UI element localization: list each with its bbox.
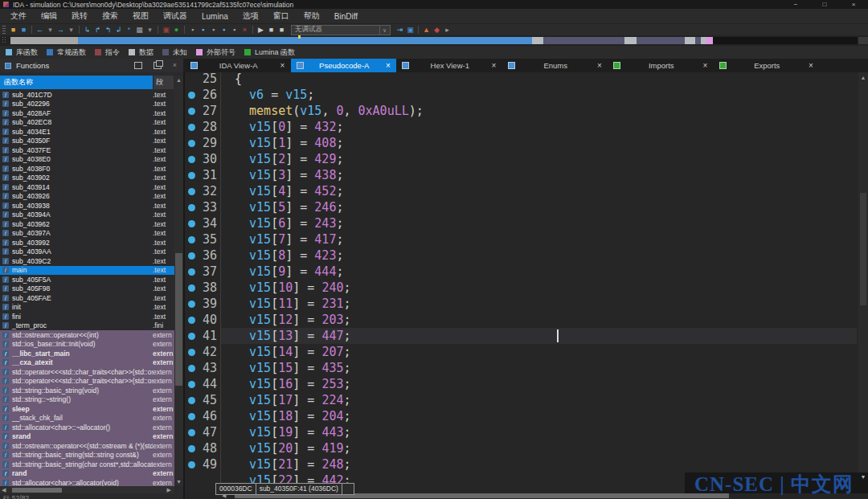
nav-back-icon[interactable]: ← xyxy=(35,25,45,35)
function-row[interactable]: fstd::string::basic_string(std::string c… xyxy=(0,451,174,460)
tab-close-icon[interactable]: × xyxy=(275,61,291,70)
menu-item-4[interactable]: 视图 xyxy=(125,10,156,22)
function-row[interactable]: fsub_4028AF.text xyxy=(0,108,174,118)
menu-item-2[interactable]: 跳转 xyxy=(64,10,95,22)
navband-segment[interactable] xyxy=(10,37,78,44)
column-header-segment[interactable]: 段 xyxy=(153,76,174,89)
menu-item-6[interactable]: Lumina xyxy=(194,12,235,21)
debug-stop-icon[interactable]: ■ xyxy=(276,25,287,35)
tab-exports[interactable]: Exports× xyxy=(714,59,820,72)
function-row[interactable]: fstd::ostream::operator<<(std::ostream &… xyxy=(0,441,174,451)
menu-item-9[interactable]: 帮助 xyxy=(297,10,327,22)
tool-warning-icon[interactable]: ▲ xyxy=(421,25,432,35)
code-line[interactable]: 39 v15[11] = 231; xyxy=(185,296,868,312)
navband-track[interactable] xyxy=(10,37,858,44)
toolbar-drag-handle[interactable] xyxy=(2,26,6,35)
navband-segment[interactable] xyxy=(637,37,685,44)
function-row[interactable]: fsub_405F5A.text xyxy=(0,275,174,284)
function-row[interactable]: fsub_403938.text xyxy=(0,201,174,211)
code-text[interactable]: v15[14] = 207; xyxy=(235,344,351,360)
function-row[interactable]: f__cxa_atexitextern xyxy=(0,358,174,368)
code-line[interactable]: 40 v15[12] = 203; xyxy=(185,312,868,328)
code-line[interactable]: 47 v15[19] = 443; xyxy=(185,424,868,440)
code-text[interactable]: v15[15] = 435; xyxy=(235,360,351,376)
code-text[interactable]: v15[7] = 417; xyxy=(235,231,343,247)
code-text[interactable]: v15[17] = 224; xyxy=(235,392,351,408)
code-line[interactable]: 33 v15[5] = 246; xyxy=(185,199,868,215)
code-line[interactable]: 25{ xyxy=(185,72,868,87)
code-text[interactable]: v15[20] = 419; xyxy=(235,440,351,456)
navband-segment[interactable] xyxy=(695,37,701,44)
tab-close-icon[interactable]: × xyxy=(803,61,819,70)
function-row[interactable]: fstd::ostream::operator<<(int)extern xyxy=(0,330,174,340)
code-line[interactable]: 34 v15[6] = 243; xyxy=(185,215,868,231)
code-text[interactable]: { xyxy=(235,72,242,87)
tab-pseudocode-a[interactable]: Pseudocode-A× xyxy=(291,59,397,72)
functions-vscrollbar[interactable] xyxy=(174,86,183,485)
jump-xref-to-icon[interactable]: ↰ xyxy=(103,25,113,35)
function-row[interactable]: finit.text xyxy=(0,303,174,313)
nav-forward-icon[interactable]: → xyxy=(55,25,66,35)
navband-drag-handle[interactable] xyxy=(2,37,6,44)
menu-item-5[interactable]: 调试器 xyxy=(156,10,194,22)
menu-item-7[interactable]: 选项 xyxy=(235,10,266,22)
code-line[interactable]: 37 v15[9] = 444; xyxy=(185,264,868,280)
patch-bytes-icon[interactable]: ▪ xyxy=(187,25,198,35)
panel-float-icon[interactable] xyxy=(154,62,162,69)
breakpoint-list-icon[interactable]: ▣ xyxy=(161,25,171,35)
open-views-icon[interactable]: ▦ xyxy=(134,25,145,35)
code-line[interactable]: 32 v15[4] = 452; xyxy=(185,183,868,199)
debug-pause-icon[interactable]: ■ xyxy=(266,25,276,35)
function-row[interactable]: fsub_40350F.text xyxy=(0,137,174,146)
debugger-select[interactable]: 无调试器∨ xyxy=(291,25,391,35)
tab-imports[interactable]: Imports× xyxy=(608,59,714,72)
open-views-menu-icon[interactable]: ▾ xyxy=(145,25,155,35)
nav-back-menu-icon[interactable]: ▾ xyxy=(45,25,55,35)
functions-hscrollbar[interactable]: ◀ ▶ xyxy=(0,486,174,493)
functions-scroll-up-icon[interactable]: ▲ xyxy=(174,76,183,85)
functions-hscroll-left-icon[interactable]: ◀ xyxy=(2,487,6,493)
function-row[interactable]: fsub_403992.text xyxy=(0,238,174,247)
code-vscrollbar[interactable]: ▲ xyxy=(858,72,868,493)
panel-maximize-icon[interactable] xyxy=(134,62,142,69)
function-row[interactable]: fstd::operator<<<std::char_traits<char>>… xyxy=(0,367,174,377)
tab-ida-view-a[interactable]: IDA View-A× xyxy=(185,59,291,72)
function-row[interactable]: fsub_40394A.text xyxy=(0,211,174,220)
code-text[interactable]: v15[0] = 432; xyxy=(235,119,343,135)
tab-close-icon[interactable]: × xyxy=(592,61,608,70)
function-row[interactable]: fsleepextern xyxy=(0,404,174,414)
tab-close-icon[interactable]: × xyxy=(380,61,396,70)
code-line[interactable]: 35 v15[7] = 417; xyxy=(185,231,868,247)
menu-item-8[interactable]: 窗口 xyxy=(266,10,297,22)
column-header-name[interactable]: 函数名称 xyxy=(0,76,153,89)
function-row[interactable]: fsub_402296.text xyxy=(0,100,174,109)
function-row[interactable]: fstd::string::basic_string(void)extern xyxy=(0,386,174,395)
tab-enums[interactable]: Enums× xyxy=(502,59,608,72)
code-line[interactable]: 44 v15[16] = 253; xyxy=(185,376,868,392)
function-row[interactable]: fsub_403926.text xyxy=(0,192,174,202)
code-line[interactable]: 38 v15[10] = 240; xyxy=(185,280,868,296)
open-file-icon[interactable]: ■ xyxy=(8,25,18,35)
navband-segment[interactable] xyxy=(624,37,637,44)
function-row[interactable]: fsrandextern xyxy=(0,432,174,442)
code-line[interactable]: 45 v15[17] = 224; xyxy=(185,392,868,408)
restore-icon[interactable]: □ xyxy=(810,0,839,9)
function-row[interactable]: fsub_4039AA.text xyxy=(0,247,174,257)
navband-segment[interactable] xyxy=(543,37,624,44)
function-row[interactable]: ffini.text xyxy=(0,312,174,321)
tool-pin-icon[interactable]: ◆ xyxy=(432,25,442,35)
function-row[interactable]: fsub_405FAE.text xyxy=(0,293,174,303)
code-text[interactable]: v15[10] = 240; xyxy=(235,280,351,296)
function-row[interactable]: fsub_4039C2.text xyxy=(0,256,174,266)
function-row[interactable]: fstd::string::~string()extern xyxy=(0,395,174,405)
navband-segment[interactable] xyxy=(706,37,713,44)
tab-hex-view-1[interactable]: Hex View-1× xyxy=(396,59,502,72)
code-vscroll-thumb[interactable] xyxy=(860,193,866,305)
functions-hscroll-thumb[interactable] xyxy=(12,488,62,493)
navband-position-marker[interactable] xyxy=(298,35,301,39)
code-text[interactable]: memset(v15, 0, 0xA0uLL); xyxy=(235,103,424,119)
function-row[interactable]: fstd::allocator<char>::~allocator()exter… xyxy=(0,423,174,432)
code-text[interactable]: v15[12] = 203; xyxy=(235,312,351,328)
tab-close-icon[interactable]: × xyxy=(486,61,502,70)
functions-hscroll-right-icon[interactable]: ▶ xyxy=(167,487,171,493)
